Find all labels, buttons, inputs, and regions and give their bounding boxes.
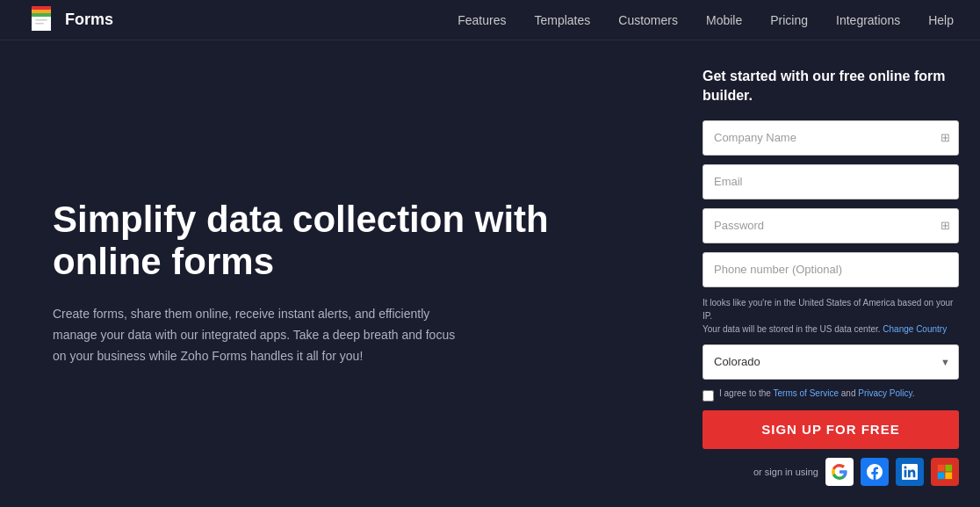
password-icon: ⊞ bbox=[940, 219, 950, 232]
signup-button[interactable]: SIGN UP FOR FREE bbox=[703, 410, 959, 449]
state-select-wrapper: Colorado California New York Texas Flori… bbox=[703, 344, 959, 380]
nav-link-integrations[interactable]: Integrations bbox=[836, 13, 900, 27]
nav-link-templates[interactable]: Templates bbox=[534, 13, 590, 27]
phone-field-wrapper bbox=[703, 252, 959, 287]
password-field-wrapper: ⊞ bbox=[703, 208, 959, 243]
phone-input[interactable] bbox=[703, 252, 959, 287]
email-field-wrapper bbox=[703, 164, 959, 199]
google-signin-button[interactable] bbox=[825, 458, 854, 486]
nav-link-help[interactable]: Help bbox=[928, 13, 954, 27]
microsoft-signin-button[interactable] bbox=[931, 458, 959, 486]
password-input[interactable] bbox=[703, 208, 959, 243]
ip-notice-line1: It looks like you're in the United State… bbox=[703, 298, 953, 321]
nav-link-mobile[interactable]: Mobile bbox=[706, 13, 742, 27]
ip-notice: It looks like you're in the United State… bbox=[703, 296, 959, 336]
nav-link-features[interactable]: Features bbox=[458, 13, 506, 27]
email-input[interactable] bbox=[703, 164, 959, 199]
facebook-signin-button[interactable] bbox=[861, 458, 889, 486]
change-country-link[interactable]: Change Country bbox=[883, 324, 947, 334]
ip-notice-line2: Your data will be stored in the US data … bbox=[703, 324, 881, 334]
google-icon bbox=[832, 464, 847, 480]
main-content: Simplify data collection with online for… bbox=[0, 40, 980, 507]
logo-text: Forms bbox=[65, 11, 113, 29]
logo-icon bbox=[26, 4, 58, 36]
hero-description: Create forms, share them online, receive… bbox=[53, 304, 457, 366]
company-icon: ⊞ bbox=[940, 131, 950, 144]
nav-links: Features Templates Customers Mobile Pric… bbox=[458, 12, 954, 28]
svg-rect-6 bbox=[35, 23, 44, 25]
nav-link-pricing[interactable]: Pricing bbox=[770, 13, 808, 27]
linkedin-signin-button[interactable] bbox=[896, 458, 924, 486]
social-signin-row: or sign in using bbox=[703, 458, 959, 486]
signin-label: or sign in using bbox=[753, 467, 818, 477]
terms-checkbox[interactable] bbox=[703, 390, 714, 402]
logo[interactable]: Forms bbox=[26, 4, 113, 36]
privacy-link[interactable]: Privacy Policy bbox=[858, 388, 912, 398]
svg-rect-7 bbox=[938, 465, 945, 472]
svg-rect-5 bbox=[35, 19, 47, 21]
svg-rect-10 bbox=[945, 472, 952, 479]
svg-rect-9 bbox=[938, 472, 945, 479]
facebook-icon bbox=[867, 464, 883, 480]
company-field-wrapper: ⊞ bbox=[703, 120, 959, 156]
terms-row: I agree to the Terms of Service and Priv… bbox=[703, 388, 959, 402]
svg-rect-2 bbox=[32, 10, 51, 13]
terms-link[interactable]: Terms of Service bbox=[774, 388, 839, 398]
company-name-input[interactable] bbox=[703, 120, 959, 156]
microsoft-icon bbox=[937, 464, 953, 480]
hero-heading: Simplify data collection with online for… bbox=[53, 199, 646, 284]
hero-section: Simplify data collection with online for… bbox=[0, 40, 681, 507]
nav-link-customers[interactable]: Customers bbox=[618, 13, 678, 27]
svg-rect-1 bbox=[32, 6, 51, 10]
terms-text: I agree to the Terms of Service and Priv… bbox=[719, 388, 915, 398]
signup-form-panel: Get started with our free online form bu… bbox=[681, 40, 980, 507]
svg-rect-3 bbox=[32, 13, 51, 17]
state-select[interactable]: Colorado California New York Texas Flori… bbox=[703, 344, 959, 380]
linkedin-icon bbox=[902, 464, 918, 480]
form-title: Get started with our free online form bu… bbox=[703, 67, 959, 106]
svg-rect-8 bbox=[945, 465, 952, 472]
navbar: Forms Features Templates Customers Mobil… bbox=[0, 0, 980, 40]
